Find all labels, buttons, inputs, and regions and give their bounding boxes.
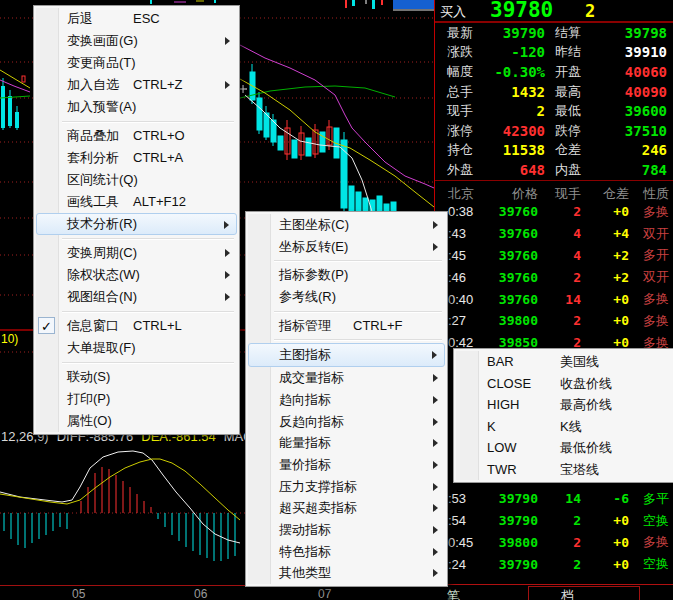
divider xyxy=(435,180,673,181)
technical-analysis-submenu: 主图坐标(C) 坐标反转(E) 指标参数(P) 参考线(R) 指标管理CTRL+… xyxy=(245,211,448,587)
main-chart-indicator-submenu: BAR美国线 CLOSE收盘价线 HIGH最高价线 KK线 LOW最低价线 TW… xyxy=(453,348,673,483)
submenu-arrow-icon xyxy=(225,293,230,301)
quote-field-row: 外盘648内盘784 xyxy=(435,160,673,180)
tick-row[interactable]: :43397604+4双开 xyxy=(435,223,673,245)
submenu-arrow-icon xyxy=(225,37,230,45)
buy-row: 买入 39780 2 xyxy=(435,0,673,21)
menu-item-arbitrage-analysis[interactable]: 套利分析CTRL+A xyxy=(36,147,237,169)
menu-item-add-alert[interactable]: 加入预警(A) xyxy=(36,96,237,118)
quote-field-row: 最新39790结算39798 xyxy=(435,23,673,43)
quote-field-row: 涨停42300跌停37510 xyxy=(435,121,673,141)
menu-separator xyxy=(62,311,234,312)
tick-row[interactable]: :46397602+2双开 xyxy=(435,266,673,288)
menu-item-invert-scale[interactable]: 坐标反转(E) xyxy=(248,236,445,258)
menu-separator xyxy=(274,311,442,312)
submenu-arrow-icon xyxy=(433,418,438,426)
menu-item-back[interactable]: 后退ESC xyxy=(36,8,237,30)
toolbar-button-fragment xyxy=(393,0,434,9)
tab-depth[interactable]: 档 xyxy=(528,586,640,600)
menu-item-view-layout[interactable]: 视图组合(N) xyxy=(36,286,237,308)
app-window: 12,26,9)DIFF:-885.76DEA:-861.54MACD:- 10… xyxy=(0,0,673,600)
menu-item-switch-screen[interactable]: 变换画面(G) xyxy=(36,30,237,52)
menu-item-link[interactable]: 联动(S) xyxy=(36,366,237,388)
menu-item-info-window[interactable]: ✓信息窗口CTRL+L xyxy=(36,315,237,337)
quote-field-row: 持仓11538仓差246 xyxy=(435,141,673,161)
quote-fields: 最新39790结算39798 涨跌-120昨结39910 幅度-0.30%开盘4… xyxy=(435,23,673,180)
menu-item-print[interactable]: 打印(P) xyxy=(36,388,237,410)
menu-item-indicator-high[interactable]: HIGH最高价线 xyxy=(456,394,672,416)
buy-label: 买入 xyxy=(440,3,466,21)
submenu-arrow-icon xyxy=(433,526,438,534)
submenu-arrow-icon xyxy=(225,271,230,279)
indicator-param-fragment: 10) xyxy=(1,332,18,346)
menu-item-special-indicators[interactable]: 特色指标 xyxy=(248,541,445,563)
context-menu: 后退ESC 变换画面(G) 变更商品(T) 加入自选CTRL+Z 加入预警(A)… xyxy=(33,5,240,435)
tick-row[interactable]: :533979014-6多平 xyxy=(435,488,673,510)
menu-item-overbought-oversold-indicators[interactable]: 超买超卖指标 xyxy=(248,497,445,519)
menu-item-main-chart-scale[interactable]: 主图坐标(C) xyxy=(248,214,445,236)
menu-item-indicator-bar[interactable]: BAR美国线 xyxy=(456,351,672,373)
menu-item-range-statistics[interactable]: 区间统计(Q) xyxy=(36,169,237,191)
menu-item-reference-line[interactable]: 参考线(R) xyxy=(248,286,445,308)
menu-item-indicator-k[interactable]: KK线 xyxy=(456,416,672,438)
menu-item-overlay-symbol[interactable]: 商品叠加CTRL+O xyxy=(36,125,237,147)
menu-item-volume-indicators[interactable]: 成交量指标 xyxy=(248,367,445,389)
submenu-arrow-icon xyxy=(433,243,438,251)
menu-item-oscillator-indicators[interactable]: 摆动指标 xyxy=(248,519,445,541)
checkmark-icon: ✓ xyxy=(38,317,55,334)
menu-item-drawing-tools[interactable]: 画线工具ALT+F12 xyxy=(36,191,237,213)
menu-item-change-symbol[interactable]: 变更商品(T) xyxy=(36,52,237,74)
submenu-arrow-icon xyxy=(225,249,230,257)
menu-item-energy-indicators[interactable]: 能量指标 xyxy=(248,432,445,454)
menu-item-volume-price-indicators[interactable]: 量价指标 xyxy=(248,454,445,476)
tick-row[interactable]: 0:38397602+0多换 xyxy=(435,201,673,223)
menu-item-properties[interactable]: 属性(O) xyxy=(36,410,237,432)
tick-row[interactable]: 0:403976014+0多换 xyxy=(435,288,673,310)
quote-panel: 买入 39780 2 最新39790结算39798 涨跌-120昨结39910 … xyxy=(434,0,673,600)
tick-row[interactable]: :24397902+0空换 xyxy=(435,553,673,575)
menu-item-other-types[interactable]: 其他类型 xyxy=(248,562,445,584)
menu-item-technical-analysis[interactable]: 技术分析(R) xyxy=(36,213,237,235)
tick-table: 0:38397602+0多换 :43397604+4双开 :45397604+2… xyxy=(435,201,673,354)
menu-item-add-watchlist[interactable]: 加入自选CTRL+Z xyxy=(36,74,237,96)
menu-item-trend-indicators[interactable]: 趋向指标 xyxy=(248,389,445,411)
menu-item-support-resistance-indicators[interactable]: 压力支撑指标 xyxy=(248,476,445,498)
submenu-arrow-icon xyxy=(433,569,438,577)
submenu-arrow-icon xyxy=(225,81,230,89)
x-axis-label: 06 xyxy=(194,587,207,600)
menu-separator xyxy=(274,260,442,261)
quote-field-row: 总手1432最高40090 xyxy=(435,82,673,102)
x-axis-label: 07 xyxy=(318,587,331,600)
tick-row[interactable]: :45397604+2多开 xyxy=(435,245,673,267)
menu-item-indicator-low[interactable]: LOW最低价线 xyxy=(456,437,672,459)
submenu-arrow-icon xyxy=(432,351,437,359)
menu-item-indicator-manager[interactable]: 指标管理CTRL+F xyxy=(248,315,445,337)
menu-item-countertrend-indicators[interactable]: 反趋向指标 xyxy=(248,411,445,433)
x-axis-label: 05 xyxy=(72,587,85,600)
submenu-arrow-icon xyxy=(224,221,229,229)
menu-separator xyxy=(274,339,442,340)
menu-separator xyxy=(62,238,234,239)
tab-tick[interactable]: 笔 xyxy=(447,587,460,600)
buy-price: 39780 xyxy=(490,0,553,22)
menu-item-adjust-rights[interactable]: 除权状态(W) xyxy=(36,264,237,286)
submenu-arrow-icon xyxy=(433,461,438,469)
tick-row[interactable]: 0:45398002+0多换 xyxy=(435,532,673,554)
menu-separator xyxy=(62,362,234,363)
menu-separator xyxy=(62,121,234,122)
buy-volume: 2 xyxy=(585,1,595,21)
quote-tab-bar: 笔 档 xyxy=(434,584,673,600)
menu-item-indicator-twr[interactable]: TWR宝塔线 xyxy=(456,459,672,481)
submenu-arrow-icon xyxy=(433,221,438,229)
tick-row[interactable]: :27398002+0多换 xyxy=(435,310,673,332)
tick-row[interactable]: :54397902+0空换 xyxy=(435,510,673,532)
submenu-arrow-icon xyxy=(433,483,438,491)
submenu-arrow-icon xyxy=(433,439,438,447)
menu-item-main-chart-indicators[interactable]: 主图指标 xyxy=(248,343,445,367)
menu-item-large-order[interactable]: 大单提取(F) xyxy=(36,337,237,359)
submenu-arrow-icon xyxy=(433,504,438,512)
submenu-arrow-icon xyxy=(433,548,438,556)
menu-item-indicator-params[interactable]: 指标参数(P) xyxy=(248,264,445,286)
menu-item-change-period[interactable]: 变换周期(C) xyxy=(36,242,237,264)
menu-item-indicator-close[interactable]: CLOSE收盘价线 xyxy=(456,373,672,395)
